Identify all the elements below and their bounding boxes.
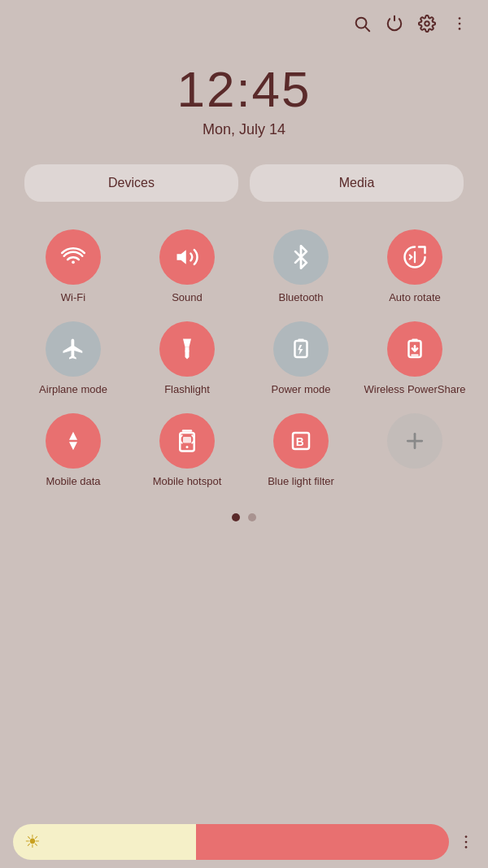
- device-media-row: Devices Media: [24, 164, 464, 202]
- tile-bluetooth[interactable]: Bluetooth: [244, 225, 358, 310]
- tile-autorotate-circle: [387, 229, 442, 285]
- svg-rect-9: [298, 338, 304, 341]
- tile-bluetooth-label: Bluetooth: [279, 291, 324, 305]
- clock-area: 12:45 Mon, July 14: [0, 60, 488, 138]
- tile-bluelight-circle: B: [273, 413, 329, 469]
- media-button[interactable]: Media: [250, 164, 464, 202]
- more-icon[interactable]: [451, 15, 468, 37]
- tile-add-circle: [387, 413, 442, 469]
- tile-powermode-label: Power mode: [272, 383, 331, 397]
- search-icon[interactable]: [353, 15, 371, 37]
- brightness-right: [196, 824, 449, 860]
- tile-autorotate-label: Auto rotate: [389, 291, 441, 305]
- devices-button[interactable]: Devices: [24, 164, 238, 202]
- tile-bluelight-label: Blue light filter: [268, 475, 334, 489]
- tile-bluelight[interactable]: B Blue light filter: [244, 408, 358, 494]
- svg-rect-13: [183, 437, 191, 443]
- page-dot-2: [248, 513, 256, 521]
- tile-wifi[interactable]: Wi-Fi: [16, 225, 130, 310]
- tile-autorotate[interactable]: Auto rotate: [358, 225, 472, 310]
- tile-wifi-circle: [46, 229, 101, 285]
- tile-sound-circle: [159, 229, 215, 285]
- tile-airplane-circle: [46, 321, 101, 377]
- quick-tiles-grid: Wi-Fi Sound Bluetooth: [16, 225, 472, 494]
- brightness-left: ☀: [13, 824, 196, 860]
- tile-flashlight[interactable]: Flashlight: [130, 316, 244, 402]
- tile-hotspot[interactable]: Mobile hotspot: [130, 408, 244, 494]
- page-dot-1: [232, 513, 240, 521]
- tile-wireless[interactable]: Wireless PowerShare: [358, 316, 472, 402]
- svg-text:B: B: [296, 436, 304, 448]
- brightness-more-icon[interactable]: [457, 833, 475, 851]
- svg-point-7: [185, 349, 190, 353]
- tile-flashlight-circle: [159, 321, 215, 377]
- svg-point-19: [465, 835, 468, 838]
- brightness-bar[interactable]: ☀: [0, 816, 488, 868]
- tile-wireless-label: Wireless PowerShare: [364, 383, 466, 397]
- page-dots: [0, 513, 488, 521]
- tile-wireless-circle: [387, 321, 442, 377]
- tile-powermode-circle: [273, 321, 329, 377]
- svg-rect-11: [412, 338, 418, 341]
- tile-hotspot-circle: [159, 413, 215, 469]
- tile-powermode[interactable]: Power mode: [244, 316, 358, 402]
- svg-point-5: [459, 28, 461, 30]
- tile-airplane[interactable]: Airplane mode: [16, 316, 130, 402]
- settings-icon[interactable]: [418, 15, 436, 37]
- clock-time: 12:45: [0, 60, 488, 118]
- tile-mobiledata[interactable]: Mobile data: [16, 408, 130, 494]
- clock-date: Mon, July 14: [0, 121, 488, 138]
- tile-mobiledata-circle: [46, 413, 101, 469]
- tile-flashlight-label: Flashlight: [164, 383, 210, 397]
- tile-hotspot-label: Mobile hotspot: [153, 475, 222, 489]
- tile-mobiledata-label: Mobile data: [46, 475, 100, 489]
- svg-point-4: [459, 23, 461, 25]
- svg-line-1: [365, 27, 369, 31]
- power-icon[interactable]: [386, 15, 403, 37]
- svg-point-14: [186, 446, 189, 448]
- tile-sound[interactable]: Sound: [130, 225, 244, 310]
- tile-sound-label: Sound: [172, 291, 203, 305]
- top-toolbar: [0, 0, 488, 37]
- tile-add[interactable]: [358, 408, 472, 494]
- brightness-track[interactable]: ☀: [13, 824, 449, 860]
- svg-point-3: [459, 17, 461, 20]
- svg-point-2: [425, 21, 429, 26]
- sun-icon: ☀: [24, 831, 41, 853]
- svg-point-20: [465, 841, 468, 844]
- svg-point-21: [465, 846, 468, 848]
- tile-bluetooth-circle: [273, 229, 329, 285]
- tile-airplane-label: Airplane mode: [39, 383, 107, 397]
- tile-wifi-label: Wi-Fi: [61, 291, 85, 305]
